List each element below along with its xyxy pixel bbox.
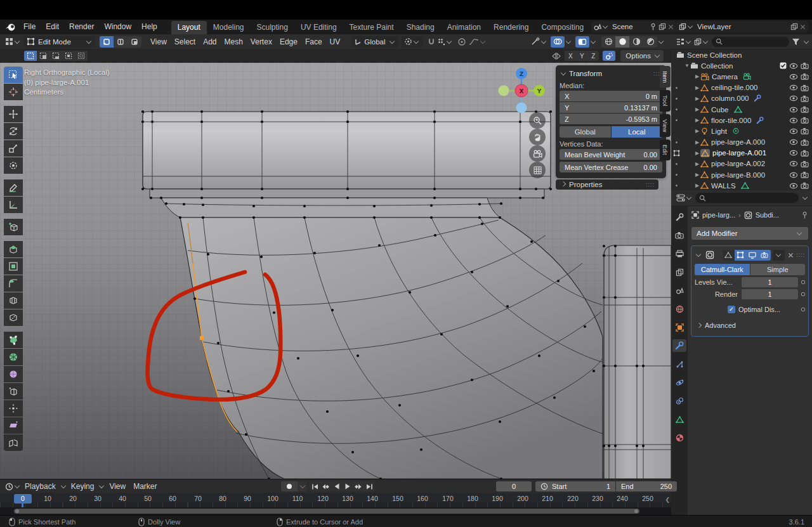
menu-help[interactable]: Help: [136, 20, 162, 34]
select-mode-face-button[interactable]: [128, 36, 141, 48]
zoom-view-button[interactable]: [529, 112, 546, 129]
options-dropdown[interactable]: Options: [620, 50, 664, 62]
tool-transform[interactable]: [4, 157, 23, 174]
tool-shrink-fatten[interactable]: [4, 400, 23, 417]
proportional-editing-icon[interactable]: [457, 37, 466, 46]
render-visibility-icon[interactable]: [801, 139, 809, 146]
tool-extrude-region[interactable]: [4, 241, 23, 257]
gizmo-y-neg-axis[interactable]: [499, 86, 509, 96]
tab-tool[interactable]: [672, 211, 686, 223]
menu-vertex[interactable]: Vertex: [247, 37, 276, 46]
tool-move[interactable]: [4, 106, 23, 122]
median-z-field[interactable]: Z -0.5953 m: [560, 114, 662, 124]
animate-dot-icon[interactable]: [801, 280, 805, 284]
menu-uv[interactable]: UV: [326, 37, 344, 46]
render-visibility-icon[interactable]: [801, 182, 809, 189]
select-invert-button[interactable]: [62, 51, 75, 61]
modifier-drag-handle[interactable]: ::::: [796, 252, 805, 258]
pan-view-button[interactable]: [529, 129, 546, 145]
shading-solid-button[interactable]: [615, 36, 629, 48]
mode-dropdown[interactable]: Edit Mode: [24, 36, 95, 48]
copy-viewlayer-icon[interactable]: [790, 23, 798, 30]
collapse-modifier-icon[interactable]: [696, 252, 701, 257]
expand-arrow-icon[interactable]: ▶: [694, 183, 700, 188]
expand-arrow-icon[interactable]: ▶: [694, 85, 700, 91]
jump-to-end-button[interactable]: [363, 481, 374, 491]
tab-output[interactable]: [672, 247, 686, 260]
delete-modifier-icon[interactable]: [788, 252, 794, 258]
eye-icon[interactable]: [789, 150, 798, 156]
outliner-row-camera[interactable]: ▶ Camera: [671, 71, 812, 82]
outliner-row-cube[interactable]: ▶ Cube: [671, 104, 812, 115]
outliner-filter-mode-icon[interactable]: [694, 38, 702, 46]
expand-arrow-icon[interactable]: ▼: [684, 63, 690, 68]
shading-wireframe-button[interactable]: [601, 36, 615, 48]
median-y-field[interactable]: Y 0.13137 m: [560, 102, 662, 113]
outliner-row-column[interactable]: ▶ column.000: [671, 93, 812, 104]
select-mode-edge-button[interactable]: [114, 36, 128, 48]
tool-edge-slide[interactable]: [4, 383, 23, 400]
modifier-edit-mode-toggle[interactable]: [735, 250, 747, 261]
tab-object-data[interactable]: [672, 413, 686, 426]
tab-constraints[interactable]: [672, 394, 686, 407]
tool-shear[interactable]: [4, 417, 23, 434]
copy-scene-icon[interactable]: [658, 23, 666, 30]
render-visibility-icon[interactable]: [801, 62, 809, 69]
outliner-row-pipe-large-a002[interactable]: ▶ pipe-large-A.002: [671, 159, 812, 169]
render-visibility-icon[interactable]: [801, 117, 809, 124]
play-button[interactable]: [342, 481, 353, 491]
viewlayer-selector[interactable]: ViewLayer: [676, 21, 808, 32]
editor-type-3d-viewport-icon[interactable]: [5, 37, 13, 46]
next-keyframe-button[interactable]: [353, 481, 363, 491]
menu-window[interactable]: Window: [99, 20, 136, 34]
show-gizmo-icon[interactable]: [530, 37, 540, 46]
tool-bevel[interactable]: [4, 275, 23, 292]
tool-rotate[interactable]: [4, 123, 23, 140]
add-modifier-dropdown[interactable]: Add Modifier: [691, 227, 808, 240]
menu-add[interactable]: Add: [199, 37, 220, 46]
outliner-row-pipe-large-a000[interactable]: ▶ pipe-large-A.000: [671, 137, 812, 148]
pin-icon[interactable]: [801, 211, 808, 219]
menu-file[interactable]: File: [18, 20, 41, 34]
render-visibility-icon[interactable]: [801, 127, 809, 134]
snap-magnet-icon[interactable]: [428, 38, 435, 46]
modifier-on-cage-toggle[interactable]: [723, 250, 735, 261]
n-tab-view[interactable]: View: [660, 114, 671, 137]
workspace-tab-texture-paint[interactable]: Texture Paint: [343, 21, 400, 34]
render-visibility-icon[interactable]: [801, 150, 809, 157]
outliner-search-input[interactable]: [712, 37, 789, 47]
current-frame-marker[interactable]: 0: [14, 494, 32, 504]
eye-icon[interactable]: [789, 139, 798, 145]
menu-mesh[interactable]: Mesh: [221, 37, 247, 46]
eye-icon[interactable]: [789, 117, 798, 124]
tab-scene[interactable]: [672, 284, 686, 297]
timeline-scrollbar[interactable]: [0, 507, 671, 515]
auto-keying-dropdown[interactable]: [298, 481, 307, 491]
workspace-tab-compositing[interactable]: Compositing: [535, 21, 590, 34]
outliner-row-walls[interactable]: ▶ WALLS: [671, 180, 812, 190]
expand-arrow-icon[interactable]: ▶: [694, 172, 700, 178]
timeline-editor-type-icon[interactable]: [5, 483, 13, 491]
tool-measure[interactable]: [4, 197, 23, 213]
menu-edit[interactable]: Edit: [41, 20, 64, 34]
tab-particles[interactable]: [672, 358, 686, 370]
expand-arrow-icon[interactable]: ▶: [694, 128, 700, 134]
outliner-row-scene-collection[interactable]: Scene Collection: [671, 49, 812, 60]
shading-rendered-button[interactable]: [643, 36, 657, 48]
workspace-tab-modeling[interactable]: Modeling: [207, 21, 251, 34]
show-overlays-toggle[interactable]: [551, 36, 565, 48]
snapping-dropdown-icon[interactable]: [438, 38, 445, 46]
menu-select[interactable]: Select: [171, 37, 199, 46]
select-subtract-button[interactable]: [49, 51, 62, 61]
frame-end-field[interactable]: End 250: [616, 481, 677, 491]
animate-dot-icon[interactable]: [801, 292, 805, 296]
eye-icon[interactable]: [789, 95, 798, 101]
xray-toggle[interactable]: [575, 36, 589, 48]
tool-add-cube[interactable]: [4, 219, 23, 235]
eye-icon[interactable]: [789, 84, 798, 91]
expand-arrow-icon[interactable]: ▶: [694, 161, 700, 167]
workspace-tab-sculpting[interactable]: Sculpting: [251, 21, 294, 34]
outliner-row-light[interactable]: ▶ Light: [671, 126, 812, 136]
catmull-clark-button[interactable]: Catmull-Clark: [695, 264, 750, 275]
viewport-3d[interactable]: Z Y X Right Orthographic (Local) (0) pip…: [0, 63, 671, 479]
